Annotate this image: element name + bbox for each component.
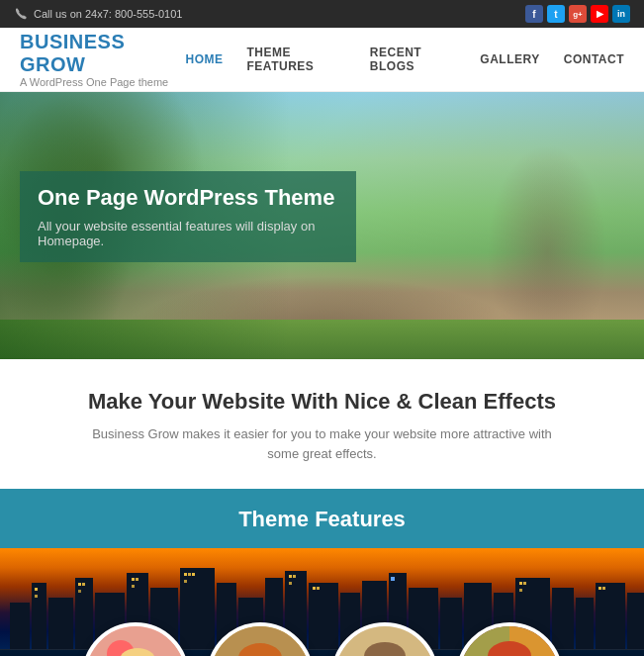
top-bar: Call us on 24x7: 800-555-0101 f t g+ ▶ i… — [0, 0, 644, 28]
youtube-icon[interactable]: ▶ — [591, 5, 608, 23]
svg-rect-33 — [184, 573, 187, 576]
main-nav: HOME THEME FEATURES RECENT BLOGS GALLERY… — [186, 46, 624, 73]
svg-rect-46 — [598, 587, 601, 590]
svg-rect-43 — [519, 582, 522, 585]
svg-rect-41 — [317, 587, 320, 590]
phone-info: Call us on 24x7: 800-555-0101 — [14, 7, 182, 21]
phone-icon — [14, 7, 28, 21]
svg-rect-36 — [184, 580, 187, 583]
phone-text: Call us on 24x7: 800-555-0101 — [34, 8, 182, 20]
svg-rect-37 — [289, 575, 292, 578]
svg-rect-32 — [132, 585, 135, 588]
profile-circle-4 — [456, 622, 563, 656]
svg-rect-35 — [192, 573, 195, 576]
twitter-icon[interactable]: t — [547, 5, 565, 23]
facebook-icon[interactable]: f — [525, 5, 543, 23]
svg-rect-39 — [289, 582, 292, 585]
svg-rect-27 — [78, 583, 81, 586]
svg-rect-29 — [78, 590, 81, 593]
logo-title[interactable]: BUSINESS GROW — [20, 31, 186, 76]
header: BUSINESS GROW A WordPress One Page theme… — [0, 28, 644, 92]
social-icons: f t g+ ▶ in — [525, 5, 630, 23]
logo-subtitle: A WordPress One Page theme — [20, 76, 186, 88]
linkedin-icon[interactable]: in — [612, 5, 630, 23]
svg-rect-34 — [188, 573, 191, 576]
theme-features-title: Theme Features — [0, 507, 644, 548]
hero-text-box: One Page WordPress Theme All your websit… — [20, 171, 356, 262]
svg-rect-25 — [35, 588, 38, 591]
theme-features-section: Theme Features — [0, 489, 644, 656]
logo-area: BUSINESS GROW A WordPress One Page theme — [20, 31, 186, 88]
mid-description: Business Grow makes it easier for you to… — [85, 424, 560, 463]
svg-rect-40 — [313, 587, 316, 590]
nav-item-contact[interactable]: CONTACT — [564, 52, 624, 66]
svg-rect-44 — [523, 582, 526, 585]
mid-title: Make Your Website With Nice & Clean Effe… — [40, 389, 604, 415]
svg-rect-26 — [35, 595, 38, 598]
svg-rect-42 — [391, 577, 395, 581]
svg-rect-45 — [519, 589, 522, 592]
nav-item-home[interactable]: HOME — [186, 52, 224, 66]
svg-rect-38 — [293, 575, 296, 578]
nav-item-theme-features[interactable]: THEME FEATURES — [247, 46, 346, 73]
hero-subtext: All your website essential features will… — [38, 219, 338, 248]
googleplus-icon[interactable]: g+ — [569, 5, 587, 23]
profile-circle-3 — [331, 622, 438, 656]
svg-rect-31 — [136, 578, 138, 581]
profile-circle-1 — [82, 622, 189, 656]
mid-section: Make Your Website With Nice & Clean Effe… — [0, 359, 644, 489]
svg-rect-28 — [82, 583, 85, 586]
hero-heading: One Page WordPress Theme — [38, 185, 338, 211]
profile-circle-2 — [207, 622, 314, 656]
hero-section: One Page WordPress Theme All your websit… — [0, 92, 644, 359]
svg-rect-30 — [132, 578, 135, 581]
nav-item-gallery[interactable]: GALLERY — [480, 52, 539, 66]
svg-rect-47 — [602, 587, 605, 590]
nav-item-recent-blogs[interactable]: RECENT BLOGS — [370, 46, 457, 73]
profiles-strip — [0, 622, 644, 656]
